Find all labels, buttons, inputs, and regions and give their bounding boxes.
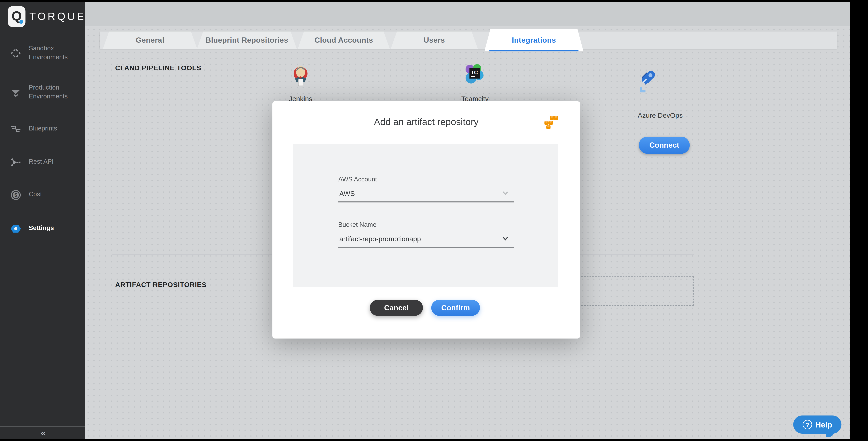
settings-tab-bar: General Blueprint Repositories Cloud Acc… — [100, 31, 837, 48]
blueprints-icon — [9, 123, 22, 135]
svg-text:TC: TC — [471, 69, 478, 75]
settings-hexagon-icon — [9, 222, 22, 235]
sidebar-item-label: Production Environments — [29, 84, 85, 101]
sandbox-diamond-icon — [9, 47, 22, 59]
top-bar — [85, 0, 850, 27]
connect-button[interactable]: Connect — [639, 137, 690, 154]
sidebar-item-label: Sandbox Environments — [29, 44, 85, 62]
modal-form-panel: AWS Account AWS Bucket Name artifact-rep… — [293, 144, 558, 287]
sidebar-item-blueprints[interactable]: Blueprints — [0, 115, 85, 142]
brand-name: TORQUE — [29, 10, 86, 23]
tab-label: Cloud Accounts — [314, 36, 373, 44]
sidebar: Q TORQUE Sandbox Environments Production… — [0, 0, 85, 441]
help-button-label: Help — [815, 420, 832, 429]
bucket-name-select-value[interactable]: artifact-repo-promotionapp — [339, 235, 421, 243]
bucket-name-chevron-icon[interactable] — [500, 233, 510, 243]
tab-blueprint-repositories[interactable]: Blueprint Repositories — [197, 31, 297, 48]
help-button[interactable]: ? Help — [793, 415, 841, 434]
tab-label: General — [136, 36, 164, 44]
sidebar-item-label: Rest API — [29, 158, 54, 166]
sidebar-item-sandbox-environments[interactable]: Sandbox Environments — [0, 40, 85, 66]
sidebar-item-production-environments[interactable]: Production Environments — [0, 79, 85, 106]
sidebar-item-label: Cost — [29, 191, 42, 199]
sidebar-footer-divider — [0, 427, 85, 427]
logo-dot — [19, 20, 23, 24]
cost-coin-icon: $ — [9, 189, 22, 201]
aws-account-chevron-icon[interactable] — [500, 188, 510, 198]
bucket-name-label: Bucket Name — [338, 221, 376, 228]
svg-text:$: $ — [14, 192, 17, 197]
tab-integrations[interactable]: Integrations — [485, 29, 584, 52]
jenkins-logo-icon — [291, 64, 310, 89]
teamcity-logo-icon: TC — [465, 64, 484, 88]
cancel-button[interactable]: Cancel — [370, 300, 423, 316]
rest-api-icon — [9, 156, 22, 168]
artifact-repositories-section-title: ARTIFACT REPOSITORIES — [115, 281, 207, 289]
screen-edge-bottom — [0, 439, 868, 441]
question-mark-icon: ? — [803, 420, 812, 429]
sidebar-item-rest-api[interactable]: Rest API — [0, 149, 85, 175]
ci-pipeline-section-title: CI AND PIPELINE TOOLS — [115, 64, 201, 72]
sidebar-item-cost[interactable]: $ Cost — [0, 181, 85, 208]
tab-label: Blueprint Repositories — [206, 36, 288, 44]
screen-edge-top — [0, 0, 868, 2]
modal-title: Add an artifact repository — [272, 117, 580, 128]
tab-label: Integrations — [512, 36, 556, 44]
torque-logo-icon[interactable]: Q — [8, 6, 26, 27]
tab-general[interactable]: General — [103, 31, 197, 48]
confirm-button[interactable]: Confirm — [431, 300, 480, 316]
sidebar-collapse-button[interactable]: « — [0, 428, 85, 440]
tab-cloud-accounts[interactable]: Cloud Accounts — [298, 31, 390, 48]
tab-label: Users — [424, 36, 445, 44]
aws-account-label: AWS Account — [338, 176, 377, 182]
aws-account-underline — [338, 201, 514, 202]
production-triangle-icon — [9, 86, 22, 98]
screen-edge-right — [850, 0, 868, 441]
aws-account-select-value[interactable]: AWS — [339, 190, 355, 197]
bucket-name-underline — [338, 247, 514, 248]
azure-devops-label: Azure DevOps — [638, 112, 710, 120]
connect-button-label: Connect — [649, 141, 679, 149]
artifact-cubes-icon — [543, 115, 558, 130]
azure-devops-logo-icon — [638, 68, 656, 96]
tab-users[interactable]: Users — [391, 31, 478, 48]
sidebar-item-label: Settings — [29, 224, 54, 233]
add-artifact-repository-modal: Add an artifact repository AWS Account A… — [272, 101, 580, 339]
sidebar-item-settings[interactable]: Settings — [0, 215, 85, 242]
sidebar-item-label: Blueprints — [29, 125, 57, 133]
app-window: Space: Trial John Smith Q TORQUE — [0, 0, 868, 441]
